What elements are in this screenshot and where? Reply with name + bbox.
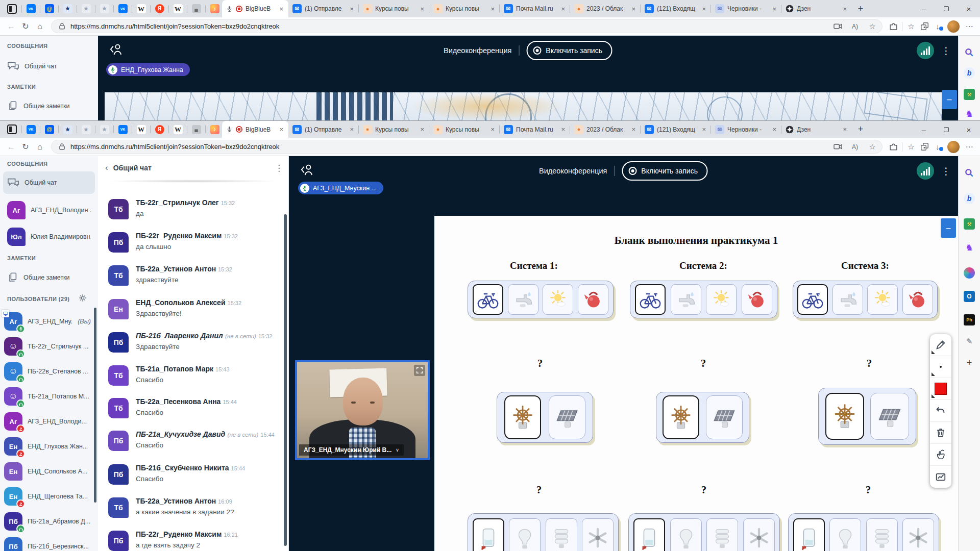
tab-menu-icon[interactable] [7,4,17,14]
record-button[interactable]: Включить запись [622,161,708,181]
undo-button[interactable] [930,400,951,422]
tab-close-icon[interactable]: × [419,5,425,13]
tab-close-icon[interactable]: × [701,126,707,133]
pinned-tab-wikipedia[interactable]: W [134,125,149,134]
pinned-tab-mailru[interactable]: @ [42,125,57,134]
education-icon[interactable]: ✎ [964,336,975,347]
system-1-converters[interactable] [497,392,593,443]
sidebar-item-shared-notes[interactable]: Общие заметки [3,266,95,289]
bing-icon[interactable]: b [964,193,975,204]
water-heater-icon[interactable] [473,518,504,551]
chat-back-icon[interactable]: ‹ [105,163,108,173]
chat-options-icon[interactable]: ⋮ [275,163,283,173]
tab-mail-sent[interactable]: ✉(1) Отправле× [288,121,359,138]
chat-scrollbar[interactable] [284,214,287,546]
system-3-sources[interactable] [793,281,938,318]
pinned-tab-vk[interactable]: VK [23,4,38,13]
incandescent-bulb-icon[interactable] [509,518,541,551]
user-list-item[interactable]: ☺ ТБ-22г_Стрильчук ... [4,335,91,358]
tab-close-icon[interactable]: × [349,5,355,13]
back-button[interactable]: ← [4,142,18,152]
user-list-item[interactable]: Пб ПБ-21б_Березинск... [4,535,91,551]
tab-courses-1[interactable]: ●Курсы повы× [359,0,429,17]
tab-menu-icon[interactable] [7,124,17,134]
read-aloud-icon[interactable]: A) [848,23,862,30]
minimize-button[interactable]: – [913,5,935,13]
read-aloud-icon[interactable]: A) [848,143,862,151]
microsoft365-icon[interactable] [964,267,975,279]
faucet-icon[interactable] [671,284,701,315]
pencil-tool-button[interactable] [930,334,951,356]
water-heater-icon[interactable] [633,518,665,551]
record-button[interactable]: Включить запись [526,41,612,60]
pinned-tab-emblem[interactable]: ★ [60,4,75,13]
tab-media-icon[interactable] [831,21,844,31]
back-button[interactable]: ← [4,22,18,31]
fan-icon[interactable] [902,518,934,551]
webcam-video[interactable]: АГЗ_ЕНД_Мнускин Юрий В... ∨ [295,360,430,460]
refresh-button[interactable]: ↻ [18,21,33,31]
tab-close-icon[interactable]: × [630,5,636,13]
faucet-icon[interactable] [832,284,863,315]
user-list-item[interactable]: ☺ ТБ-21а_Потапов М... [4,385,91,408]
user-list-item[interactable]: Аг АГЗ_ЕНД_Мну...(Вы) [4,310,91,333]
pinned-tab-emblem[interactable]: ★ [79,4,93,13]
tab-courses-1[interactable]: ●Курсы повы× [359,121,429,138]
pinned-tab-wikipedia[interactable]: W [170,4,185,13]
close-button[interactable]: × [958,5,980,13]
system-1-sources[interactable] [468,281,614,318]
kettle-icon[interactable] [578,284,608,315]
pinned-tab-auto[interactable]: ▄ [189,125,204,134]
incandescent-bulb-icon[interactable] [670,518,702,551]
tab-cloud[interactable]: ●2023 / Облак× [570,0,641,17]
pinned-tab-emblem[interactable]: ★ [97,4,112,13]
options-menu-icon[interactable]: ⋮ [941,165,951,177]
new-tab-button[interactable]: + [852,4,869,14]
extensions-icon[interactable] [887,142,900,152]
tab-courses-2[interactable]: ●Курсы повы× [429,0,500,17]
clear-annotations-button[interactable] [930,422,951,444]
solar-panel-icon[interactable] [549,395,585,439]
downloads-icon[interactable]: ↓ [931,22,944,31]
tab-inbox[interactable]: ✉(121) Входящ× [641,121,711,138]
pinned-tab-emblem[interactable]: ★ [79,125,93,134]
thickness-button[interactable] [930,356,951,378]
speaker-badge[interactable]: АГЗ_ЕНД_Мнускин ... [298,182,383,194]
ship-wheel-icon[interactable] [825,393,864,440]
tab-bigbluebutton[interactable]: BigBlueB × [222,0,288,17]
browser-profile-avatar[interactable] [947,141,960,153]
browser-profile-avatar[interactable] [947,20,960,33]
favorite-icon[interactable]: ☆ [866,142,879,152]
minimize-presentation-button[interactable]: – [941,218,956,238]
sidebar-item-dm[interactable]: Юл Юлия Владимировн... [3,226,95,248]
tab-drafts[interactable]: ✉Черновики -× [711,121,781,138]
tab-close-icon[interactable]: × [278,5,284,13]
outlook-icon[interactable]: O [964,291,975,302]
search-icon[interactable] [964,167,975,179]
tab-close-icon[interactable]: × [701,5,707,13]
tab-drafts[interactable]: ✉Черновики -× [711,0,781,17]
new-tab-button[interactable]: + [852,124,869,135]
pinned-tab-yandex[interactable]: Я [152,125,167,134]
fan-icon[interactable] [743,518,775,551]
pinned-tab-music[interactable]: ♪ [207,125,222,134]
home-button[interactable]: ⌂ [33,142,47,152]
multi-user-whiteboard-button[interactable] [930,466,951,488]
tab-close-icon[interactable]: × [560,126,566,133]
pinned-tab-wikipedia[interactable]: W [134,4,149,13]
phet-icon[interactable]: Ph [964,314,975,325]
users-toggle-icon[interactable] [109,43,123,58]
games-icon[interactable]: ♞ [964,108,975,119]
toolbox-icon[interactable]: ⚒ [964,89,975,100]
pan-hand-button[interactable] [930,444,951,466]
tab-mail-sent[interactable]: ✉(1) Отправле× [288,0,359,17]
system-2-converters[interactable] [656,392,749,443]
browser-menu-icon[interactable]: ⋯ [963,142,976,152]
url-input[interactable] [70,143,827,151]
favorites-bar-icon[interactable]: ☆ [904,22,918,31]
solar-panel-icon[interactable] [870,393,909,440]
connection-status-icon[interactable] [917,162,934,180]
sidebar-item-dm[interactable]: Аг АГЗ_ЕНД_Володин ... [3,199,95,221]
tab-close-icon[interactable]: × [842,126,848,133]
pinned-tab-vk[interactable]: VK [115,4,130,13]
